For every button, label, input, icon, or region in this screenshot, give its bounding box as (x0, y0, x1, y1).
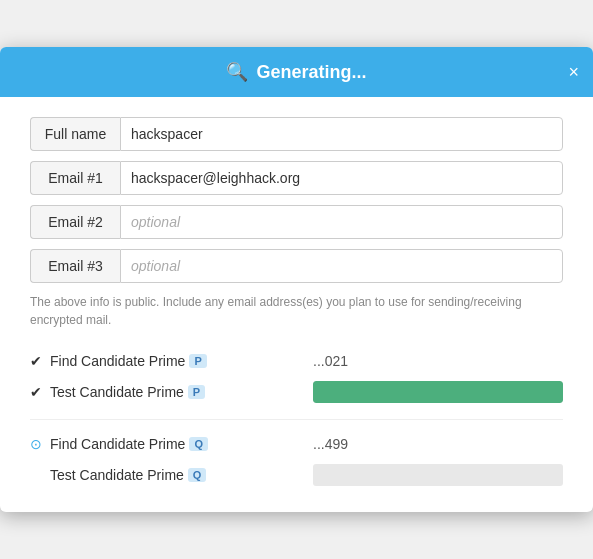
modal-header: 🔍 Generating... × (0, 47, 593, 97)
checkmark-icon-find-p: ✔ (30, 353, 50, 369)
tasks-group-q: ⊙ Find Candidate Prime Q ...499 Test Can… (30, 430, 563, 492)
modal-title: 🔍 Generating... (226, 61, 366, 83)
task-label-find-q: Find Candidate Prime (50, 436, 185, 452)
email3-input[interactable] (120, 249, 563, 283)
clock-icon-find-q: ⊙ (30, 436, 50, 452)
task-badge-find-q: Q (189, 437, 208, 451)
task-status-find-p: ...021 (313, 353, 563, 369)
task-name-find-p: Find Candidate Prime P (50, 353, 313, 369)
task-status-find-q: ...499 (313, 436, 563, 452)
task-name-test-p: Test Candidate Prime P (50, 384, 313, 400)
email3-label: Email #3 (30, 249, 120, 283)
task-row-find-p: ✔ Find Candidate Prime P ...021 (30, 347, 563, 375)
task-row-test-p: ✔ Test Candidate Prime P (30, 375, 563, 409)
full-name-label: Full name (30, 117, 120, 151)
task-label-find-p: Find Candidate Prime (50, 353, 185, 369)
task-row-find-q: ⊙ Find Candidate Prime Q ...499 (30, 430, 563, 458)
modal-body: Full name Email #1 Email #2 Email #3 The… (0, 97, 593, 512)
progress-bar-test-p (313, 381, 563, 403)
email2-row: Email #2 (30, 205, 563, 239)
modal-title-text: Generating... (256, 62, 366, 83)
task-name-test-q: Test Candidate Prime Q (50, 467, 313, 483)
email1-label: Email #1 (30, 161, 120, 195)
task-badge-find-p: P (189, 354, 206, 368)
divider (30, 419, 563, 420)
task-label-test-p: Test Candidate Prime (50, 384, 184, 400)
modal-container: 🔍 Generating... × Full name Email #1 Ema… (0, 47, 593, 512)
info-text: The above info is public. Include any em… (30, 293, 563, 329)
progress-bar-test-q (313, 464, 563, 486)
email2-input[interactable] (120, 205, 563, 239)
tasks-group-p: ✔ Find Candidate Prime P ...021 ✔ Test C… (30, 347, 563, 409)
email1-row: Email #1 (30, 161, 563, 195)
email1-input[interactable] (120, 161, 563, 195)
progress-bar-fill-test-p (313, 381, 563, 403)
email3-row: Email #3 (30, 249, 563, 283)
task-badge-test-q: Q (188, 468, 207, 482)
search-icon: 🔍 (226, 61, 248, 83)
full-name-input[interactable] (120, 117, 563, 151)
email2-label: Email #2 (30, 205, 120, 239)
close-button[interactable]: × (568, 62, 579, 83)
task-label-test-q: Test Candidate Prime (50, 467, 184, 483)
task-badge-test-p: P (188, 385, 205, 399)
checkmark-icon-test-p: ✔ (30, 384, 50, 400)
full-name-row: Full name (30, 117, 563, 151)
task-row-test-q: Test Candidate Prime Q (30, 458, 563, 492)
task-name-find-q: Find Candidate Prime Q (50, 436, 313, 452)
